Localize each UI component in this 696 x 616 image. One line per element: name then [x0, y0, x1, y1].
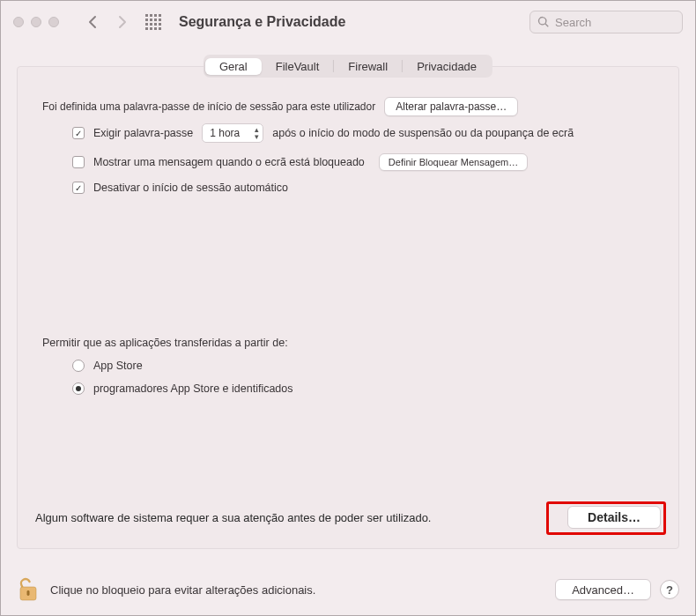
- tabs: Geral FileVault Firewall Privacidade: [204, 55, 492, 78]
- minimize-window[interactable]: [31, 17, 41, 27]
- back-button[interactable]: [80, 10, 105, 34]
- general-content: Foi definida uma palavra-passe de início…: [18, 67, 678, 395]
- disable-auto-login-checkbox[interactable]: [72, 182, 85, 194]
- search-icon: [537, 16, 550, 28]
- change-password-button[interactable]: Alterar palavra-passe…: [384, 97, 518, 116]
- chevron-updown-icon: ▴▾: [255, 126, 259, 140]
- require-password-suffix: após o início do modo de suspensão ou da…: [272, 127, 574, 139]
- tab-general[interactable]: Geral: [205, 58, 262, 75]
- allow-identified-label: programadores App Store e identificados: [93, 382, 293, 395]
- tab-filevault[interactable]: FileVault: [262, 58, 334, 75]
- forward-button[interactable]: [110, 10, 135, 34]
- require-password-delay-select[interactable]: 1 hora ▴▾: [202, 123, 263, 143]
- require-password-delay-value: 1 hora: [210, 127, 240, 139]
- tab-firewall[interactable]: Firewall: [334, 58, 402, 75]
- search-input[interactable]: [555, 16, 661, 29]
- disable-auto-login-label: Desativar o início de sessão automático: [93, 182, 288, 194]
- allow-appstore-label: App Store: [93, 360, 143, 372]
- show-message-checkbox[interactable]: [72, 156, 85, 168]
- close-window[interactable]: [13, 17, 24, 27]
- lock-text: Clique no bloqueio para evitar alteraçõe…: [50, 583, 315, 597]
- preferences-panel: Geral FileVault Firewall Privacidade Foi…: [17, 66, 679, 549]
- allow-appstore-radio[interactable]: [72, 360, 85, 372]
- allow-apps-label: Permitir que as aplicações transferidas …: [42, 337, 288, 349]
- attention-text: Algum software de sistema requer a sua a…: [35, 511, 431, 524]
- help-button[interactable]: ?: [660, 580, 679, 599]
- allow-identified-radio[interactable]: [72, 382, 85, 395]
- window-controls: [13, 17, 59, 27]
- show-message-label: Mostrar uma mensagem quando o ecrã está …: [93, 156, 365, 168]
- search-field[interactable]: [529, 11, 683, 33]
- toolbar: Segurança e Privacidade: [1, 1, 695, 43]
- password-set-label: Foi definida uma palavra-passe de início…: [42, 100, 375, 113]
- details-button[interactable]: Details…: [567, 506, 661, 529]
- require-password-checkbox[interactable]: [72, 127, 85, 139]
- require-password-label: Exigir palavra-passe: [93, 127, 193, 139]
- zoom-window[interactable]: [48, 17, 59, 27]
- unlock-icon[interactable]: [17, 576, 40, 603]
- advanced-button[interactable]: Advanced…: [555, 579, 651, 600]
- set-lock-message-button[interactable]: Definir Bloquear Mensagem…: [379, 153, 528, 171]
- show-all-button[interactable]: [145, 14, 161, 30]
- footer: Clique no bloqueio para evitar alteraçõe…: [17, 576, 679, 603]
- svg-rect-1: [27, 590, 30, 596]
- window-title: Segurança e Privacidade: [179, 14, 345, 30]
- tab-privacy[interactable]: Privacidade: [403, 58, 491, 75]
